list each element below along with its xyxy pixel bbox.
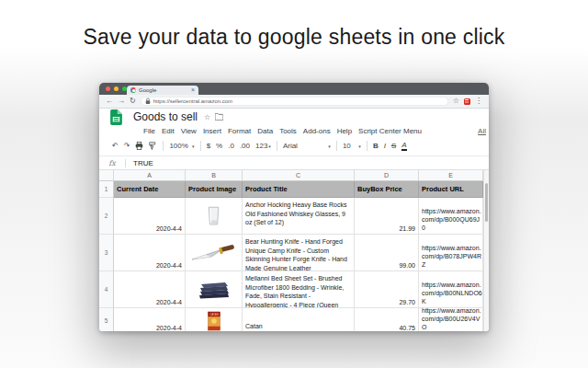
menu-addons[interactable]: Add-ons	[303, 127, 331, 135]
toolbar-divider	[163, 141, 164, 151]
row-number[interactable]: 4	[99, 271, 114, 308]
format-currency-button[interactable]: $	[207, 142, 210, 150]
menu-format[interactable]: Format	[228, 127, 251, 135]
formula-bar: fx TRUE	[99, 156, 489, 170]
cell-product-image[interactable]: CATAN	[186, 308, 243, 331]
chevron-down-icon: ▾	[328, 144, 331, 149]
saved-status-link[interactable]: All	[478, 127, 486, 135]
whiskey-glass-image	[207, 206, 220, 226]
zoom-select[interactable]: 100% ▾	[169, 142, 194, 150]
google-favicon-icon	[130, 87, 136, 93]
google-sheets-logo-icon	[110, 109, 122, 125]
refresh-icon[interactable]: ↻	[130, 98, 136, 105]
url-text: https://sellercentral.amazon.com	[153, 98, 232, 104]
headline: Save your data to google sheets in one c…	[0, 25, 588, 50]
bold-button[interactable]: B	[373, 142, 379, 150]
header-cell-product-title[interactable]: Product Title	[243, 181, 355, 198]
cell-price[interactable]: 29.70	[355, 271, 419, 308]
row-number[interactable]: 2	[99, 198, 114, 235]
row-number[interactable]: 5	[99, 308, 114, 331]
doc-title[interactable]: Goods to sell	[133, 110, 198, 123]
chevron-down-icon: ▾	[192, 144, 195, 149]
tab-close-icon[interactable]: ×	[191, 87, 195, 93]
column-header-c[interactable]: C	[243, 170, 355, 181]
paint-format-icon[interactable]	[149, 142, 157, 150]
minimize-window-button[interactable]	[114, 86, 119, 91]
move-folder-icon[interactable]	[215, 113, 223, 121]
column-header-b[interactable]: B	[186, 170, 243, 181]
header-cell-current-date[interactable]: Current Date	[114, 181, 186, 198]
column-header-a[interactable]: A	[114, 170, 186, 181]
menu-tools[interactable]: Tools	[279, 127, 297, 135]
sheets-menubar: File Edit View Insert Format Data Tools …	[99, 125, 489, 136]
table-row: 4 2020-4-4 Mellanni Bed Sheet Set - Brus…	[99, 271, 489, 308]
menu-help[interactable]: Help	[337, 127, 352, 135]
vertical-scrollbar[interactable]	[483, 170, 489, 331]
cell-price[interactable]: 21.99	[355, 198, 419, 235]
strikethrough-button[interactable]: S	[391, 142, 396, 150]
close-window-button[interactable]	[106, 86, 110, 91]
cell-product-title[interactable]: Mellanni Bed Sheet Set - Brushed Microfi…	[243, 271, 355, 308]
font-family-select[interactable]: Arial▾	[283, 142, 331, 150]
table-row: 3 2020-4-4 Bear Hunting Knife - Hand For…	[99, 235, 489, 271]
menu-insert[interactable]: Insert	[203, 127, 221, 135]
cell-date[interactable]: 2020-4-4	[114, 308, 186, 331]
font-size-select[interactable]: 10▾	[343, 142, 361, 150]
text-color-button[interactable]: A	[401, 141, 406, 151]
cell-date[interactable]: 2020-4-4	[114, 235, 186, 271]
bookmark-star-icon[interactable]: ☆	[453, 98, 459, 105]
more-formats-button[interactable]: 123▾	[255, 142, 271, 150]
cell-product-title[interactable]: Bear Hunting Knife - Hand Forged Unique …	[243, 235, 355, 271]
cell-url[interactable]: https://www.amazon.com/dp/B000QU69J0	[419, 198, 483, 235]
browser-tab[interactable]: Google ×	[127, 86, 198, 95]
forward-icon[interactable]: →	[118, 98, 125, 105]
back-icon[interactable]: ←	[106, 98, 113, 105]
header-cell-buybox-price[interactable]: BuyBox Price	[355, 181, 419, 198]
cell-product-image[interactable]	[186, 271, 243, 308]
italic-button[interactable]: I	[384, 142, 386, 150]
header-cell-product-url[interactable]: Product URL	[419, 181, 483, 198]
cell-product-image[interactable]	[186, 198, 243, 235]
row-number[interactable]: 1	[99, 181, 114, 198]
increase-decimals-button[interactable]: .00	[240, 142, 250, 150]
tab-title: Google	[139, 87, 188, 93]
cell-date[interactable]: 2020-4-4	[114, 271, 186, 308]
menu-data[interactable]: Data	[257, 127, 273, 135]
header-cell-product-image[interactable]: Product Image	[186, 181, 243, 198]
redo-icon[interactable]: ↷	[124, 142, 130, 150]
column-header-d[interactable]: D	[355, 170, 419, 181]
star-doc-icon[interactable]: ☆	[204, 113, 210, 121]
formula-value[interactable]: TRUE	[126, 159, 153, 167]
cell-date[interactable]: 2020-4-4	[114, 198, 186, 235]
menu-edit[interactable]: Edit	[162, 127, 175, 135]
svg-text:CATAN: CATAN	[209, 312, 219, 316]
address-bar[interactable]: https://sellercentral.amazon.com	[141, 97, 448, 106]
chevron-down-icon: ▾	[268, 144, 271, 149]
print-icon[interactable]	[135, 142, 143, 150]
menu-file[interactable]: File	[143, 127, 155, 135]
cell-url[interactable]: https://www.amazon.com/dp/B00U26V4VO	[419, 308, 483, 331]
undo-icon[interactable]: ↶	[112, 142, 119, 150]
cell-product-image[interactable]	[186, 235, 243, 271]
corner-cell[interactable]	[99, 170, 114, 181]
row-number[interactable]: 3	[99, 235, 114, 271]
toolbar-divider	[336, 141, 337, 151]
cell-price[interactable]: 99.00	[355, 235, 419, 271]
column-header-e[interactable]: E	[419, 170, 483, 181]
table-row: 2 2020-4-4 Anchor Hocking Heavy Base Roc…	[99, 198, 489, 235]
extension-icon[interactable]	[464, 98, 470, 105]
cell-product-title[interactable]: Catan	[243, 308, 355, 331]
catan-game-image: CATAN	[208, 311, 220, 331]
format-percent-button[interactable]: %	[216, 142, 222, 150]
browser-menu-dots-icon[interactable]: ⋮	[475, 98, 482, 105]
decrease-decimals-button[interactable]: .0	[228, 142, 234, 150]
menu-script-center[interactable]: Script Center Menu	[358, 127, 422, 135]
cell-url[interactable]: https://www.amazon.com/dp/B078JPW4RZ	[419, 235, 483, 271]
cell-price[interactable]: 40.75	[355, 308, 419, 331]
cell-product-title[interactable]: Anchor Hocking Heavy Base Rocks Old Fash…	[243, 198, 355, 235]
menu-view[interactable]: View	[181, 127, 197, 135]
browser-titlebar: Google ×	[99, 83, 489, 95]
scrollbar-thumb[interactable]	[485, 183, 488, 222]
spreadsheet-grid: A B C D E 1 Current Date Product Image P…	[99, 170, 489, 331]
cell-url[interactable]: https://www.amazon.com/dp/B00NLNDO6K	[419, 271, 483, 308]
